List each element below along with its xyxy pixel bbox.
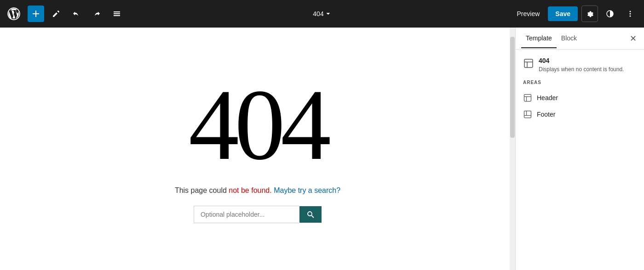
document-title-button[interactable]: 404 [313, 10, 331, 17]
svg-rect-16 [524, 111, 531, 118]
list-view-button[interactable] [109, 6, 125, 22]
template-info: 404 Displays when no content is found. [523, 57, 637, 73]
scrollbar-track[interactable] [510, 28, 515, 270]
tab-block[interactable]: Block [557, 29, 581, 48]
error-code: 404 [189, 74, 327, 175]
wp-logo[interactable] [6, 6, 22, 22]
save-button[interactable]: Save [548, 6, 578, 21]
right-panel: Template Block ✕ 404 Displays when no co… [515, 28, 644, 270]
footer-area-icon [523, 110, 532, 119]
panel-tabs: Template Block ✕ [516, 28, 644, 50]
edit-tool-button[interactable] [48, 6, 64, 22]
header-area-icon [523, 93, 532, 102]
main-layout: 404 This page could not be found. Maybe … [0, 28, 644, 270]
toolbar: 404 Preview Save [0, 0, 644, 28]
toolbar-right: Preview Save [512, 6, 639, 22]
svg-rect-3 [114, 15, 120, 16]
search-input[interactable] [194, 206, 299, 223]
svg-point-5 [630, 11, 631, 12]
redo-button[interactable] [88, 6, 105, 22]
svg-point-8 [308, 212, 312, 216]
not-found-highlight1: not be found. [229, 186, 271, 194]
header-area-label: Header [537, 94, 558, 101]
template-details: 404 Displays when no content is found. [539, 57, 624, 73]
search-submit-button[interactable] [299, 206, 322, 223]
more-options-button[interactable] [622, 6, 638, 22]
page-content: 404 This page could not be found. Maybe … [175, 74, 340, 223]
search-row [194, 206, 322, 223]
document-title-area: 404 [313, 10, 331, 17]
not-found-text: This page could not be found. Maybe try … [175, 186, 340, 195]
settings-button[interactable] [581, 6, 598, 22]
area-item-footer[interactable]: Footer [523, 106, 637, 123]
footer-area-label: Footer [537, 111, 555, 118]
document-title: 404 [313, 10, 323, 17]
svg-point-6 [630, 13, 631, 15]
not-found-highlight2: Maybe try a search? [274, 186, 340, 194]
tab-template[interactable]: Template [521, 29, 557, 48]
panel-body: 404 Displays when no content is found. A… [516, 50, 644, 270]
template-name: 404 [539, 57, 624, 64]
svg-line-9 [311, 215, 314, 218]
svg-point-7 [630, 16, 631, 17]
not-found-before: This page could [175, 186, 229, 194]
scrollbar-thumb[interactable] [510, 37, 515, 138]
svg-rect-10 [524, 59, 533, 68]
svg-rect-1 [114, 11, 120, 12]
add-block-button[interactable] [28, 6, 44, 22]
canvas-area: 404 This page could not be found. Maybe … [0, 28, 515, 270]
area-item-header[interactable]: Header [523, 90, 637, 106]
panel-close-button[interactable]: ✕ [628, 32, 638, 45]
preview-button[interactable]: Preview [512, 7, 545, 20]
undo-button[interactable] [68, 6, 85, 22]
template-desc: Displays when no content is found. [539, 66, 624, 73]
svg-rect-13 [524, 95, 531, 101]
areas-label: AREAS [523, 80, 637, 85]
contrast-button[interactable] [602, 6, 618, 22]
template-icon [523, 58, 534, 69]
svg-rect-2 [114, 13, 120, 14]
